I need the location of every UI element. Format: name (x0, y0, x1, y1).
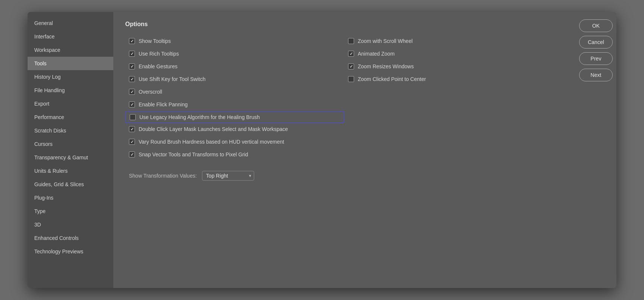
sidebar-item-type[interactable]: Type (28, 204, 113, 218)
checkbox-label: Use Shift Key for Tool Switch (139, 76, 205, 82)
checkbox[interactable] (129, 63, 135, 69)
checkbox-label: Use Legacy Healing Algorithm for the Hea… (139, 114, 260, 120)
transformation-label: Show Transformation Values: (129, 173, 197, 179)
sidebar-item-scratch-disks[interactable]: Scratch Disks (28, 124, 113, 137)
checkbox-label: Zoom with Scroll Wheel (358, 38, 413, 44)
checkbox-row[interactable]: Overscroll (125, 86, 344, 98)
sidebar-item-transparency--gamut[interactable]: Transparency & Gamut (28, 151, 113, 164)
section-title: Options (125, 21, 564, 28)
checkbox-row[interactable]: Enable Gestures (125, 60, 344, 72)
checkbox-row[interactable]: Double Click Layer Mask Launches Select … (125, 123, 564, 135)
options-left: Show TooltipsUse Rich TooltipsEnable Ges… (125, 35, 344, 123)
checkbox-label: Use Rich Tooltips (139, 51, 179, 57)
sidebar-item-history-log[interactable]: History Log (28, 70, 113, 84)
sidebar-item-plug-ins[interactable]: Plug-Ins (28, 191, 113, 204)
checkbox[interactable] (129, 89, 135, 95)
checkbox-row[interactable]: Use Legacy Healing Algorithm for the Hea… (125, 111, 344, 123)
sidebar: GeneralInterfaceWorkspaceToolsHistory Lo… (28, 12, 113, 288)
sidebar-item-units--rulers[interactable]: Units & Rulers (28, 164, 113, 178)
sidebar-item-cursors[interactable]: Cursors (28, 137, 113, 151)
cancel-button[interactable]: Cancel (579, 36, 613, 49)
checkbox-label: Zoom Clicked Point to Center (358, 76, 426, 82)
checkbox-row[interactable]: Use Shift Key for Tool Switch (125, 73, 344, 85)
sidebar-item-guides-grid--slices[interactable]: Guides, Grid & Slices (28, 178, 113, 191)
checkbox-row[interactable]: Use Rich Tooltips (125, 48, 344, 60)
sidebar-item-workspace[interactable]: Workspace (28, 43, 113, 57)
options-right: Zoom with Scroll WheelAnimated ZoomZoom … (344, 35, 564, 123)
checkbox-row[interactable]: Vary Round Brush Hardness based on HUD v… (125, 136, 564, 148)
checkbox-row[interactable]: Zoom Clicked Point to Center (344, 73, 564, 85)
checkbox-row[interactable]: Animated Zoom (344, 48, 564, 60)
checkbox[interactable] (129, 151, 135, 157)
checkbox[interactable] (348, 51, 354, 57)
checkbox[interactable] (129, 76, 135, 82)
preferences-dialog: GeneralInterfaceWorkspaceToolsHistory Lo… (28, 12, 616, 288)
checkbox-label: Overscroll (139, 89, 162, 95)
prev-button[interactable]: Prev (579, 52, 613, 65)
checkbox-label: Animated Zoom (358, 51, 395, 57)
checkbox-label: Double Click Layer Mask Launches Select … (139, 126, 288, 132)
ok-button[interactable]: OK (579, 19, 613, 32)
options-grid: Show TooltipsUse Rich TooltipsEnable Ges… (125, 35, 564, 160)
transformation-select-wrapper: Top RightBottom RightTop LeftBottom Left… (202, 171, 254, 181)
checkbox[interactable] (348, 63, 354, 69)
checkbox-label: Show Tooltips (139, 38, 171, 44)
checkbox-row[interactable]: Snap Vector Tools and Transforms to Pixe… (125, 149, 564, 160)
main-content: Options Show TooltipsUse Rich TooltipsEn… (113, 12, 575, 288)
sidebar-item-technology-previews[interactable]: Technology Previews (28, 245, 113, 258)
checkbox[interactable] (129, 51, 135, 57)
buttons-panel: OK Cancel Prev Next (575, 12, 616, 288)
sidebar-item-enhanced-controls[interactable]: Enhanced Controls (28, 231, 113, 245)
checkbox[interactable] (348, 76, 354, 82)
checkbox-label: Zoom Resizes Windows (358, 63, 414, 69)
checkbox[interactable] (348, 38, 354, 44)
sidebar-item-file-handling[interactable]: File Handling (28, 84, 113, 97)
sidebar-item-tools[interactable]: Tools (28, 57, 113, 70)
checkbox[interactable] (129, 38, 135, 44)
checkbox-label: Enable Gestures (139, 63, 177, 69)
checkbox-row[interactable]: Show Tooltips (125, 35, 344, 47)
sidebar-item-3d[interactable]: 3D (28, 218, 113, 231)
checkbox-label: Snap Vector Tools and Transforms to Pixe… (139, 151, 248, 157)
checkbox[interactable] (129, 126, 135, 132)
checkbox-row[interactable]: Enable Flick Panning (125, 99, 344, 110)
sidebar-item-performance[interactable]: Performance (28, 110, 113, 124)
sidebar-item-general[interactable]: General (28, 16, 113, 30)
checkbox[interactable] (130, 114, 136, 120)
checkbox-row[interactable]: Zoom Resizes Windows (344, 60, 564, 72)
checkbox-label: Vary Round Brush Hardness based on HUD v… (139, 139, 284, 145)
checkbox-label: Enable Flick Panning (139, 101, 188, 107)
checkbox-row[interactable]: Zoom with Scroll Wheel (344, 35, 564, 47)
sidebar-item-interface[interactable]: Interface (28, 30, 113, 43)
transformation-select[interactable]: Top RightBottom RightTop LeftBottom Left… (202, 171, 254, 181)
checkbox[interactable] (129, 101, 135, 107)
transformation-row: Show Transformation Values: Top RightBot… (125, 168, 564, 184)
next-button[interactable]: Next (579, 69, 613, 81)
checkbox[interactable] (129, 139, 135, 145)
full-section: Double Click Layer Mask Launches Select … (125, 123, 564, 160)
sidebar-item-export[interactable]: Export (28, 97, 113, 110)
